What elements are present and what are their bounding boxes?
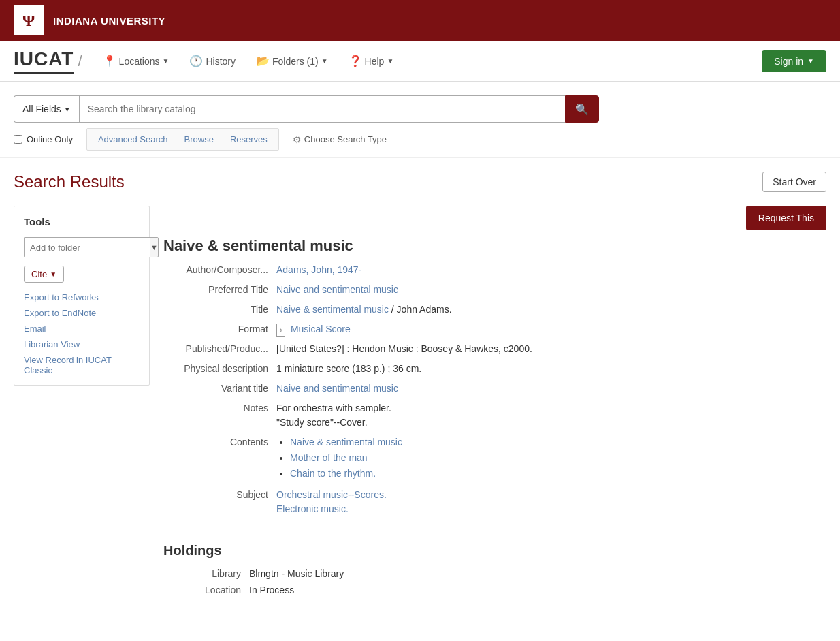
online-only-text: Online Only <box>27 134 73 144</box>
table-row: Format ♪ Musical Score <box>163 319 826 339</box>
physical-label: Physical description <box>163 359 272 379</box>
folders-nav[interactable]: 📂 Folders (1) ▼ <box>256 54 328 67</box>
list-item: Naive & sentimental music <box>290 435 822 450</box>
cite-button[interactable]: Cite ▼ <box>24 266 64 283</box>
cite-dropdown-arrow: ▼ <box>50 270 56 278</box>
search-links-box: Advanced Search Browse Reserves <box>86 128 279 151</box>
start-over-button[interactable]: Start Over <box>762 172 826 192</box>
holdings-table: Library Blmgtn - Music Library Location … <box>163 565 826 598</box>
published-value: [United States?] : Hendon Music : Boosey… <box>272 339 826 359</box>
table-row: Variant title Naive and sentimental musi… <box>163 379 826 398</box>
help-label: Help <box>365 56 385 67</box>
subject-2[interactable]: Electronic music. <box>276 503 349 514</box>
search-options-row: Online Only Advanced Search Browse Reser… <box>14 128 826 151</box>
tools-box: Tools ▼ Cite ▼ Export to Refworks Export… <box>14 206 150 386</box>
online-only-checkbox[interactable] <box>14 135 22 144</box>
record-table: Author/Composer... Adams, John, 1947- Pr… <box>163 260 826 519</box>
history-nav[interactable]: 🕐 History <box>189 54 236 67</box>
author-label: Author/Composer... <box>163 260 272 280</box>
location-icon: 📍 <box>103 54 116 67</box>
browse-link[interactable]: Browse <box>184 134 214 144</box>
iucat-logo[interactable]: IUCAT <box>14 48 74 74</box>
online-only-label[interactable]: Online Only <box>14 134 73 144</box>
list-item: Mother of the man <box>290 451 822 465</box>
view-record-link[interactable]: View Record in IUCAT Classic <box>24 355 140 375</box>
preferred-title-value[interactable]: Naive and sentimental music <box>276 284 398 295</box>
table-row: Title Naive & sentimental music / John A… <box>163 300 826 319</box>
subject-label: Subject <box>163 485 272 519</box>
contents-item-3[interactable]: Chain to the rhythm. <box>290 468 376 479</box>
table-row: Preferred Title Naive and sentimental mu… <box>163 280 826 300</box>
search-type-label: All Fields <box>22 104 61 114</box>
folders-label: Folders (1) <box>272 56 319 67</box>
table-row: Notes For orchestra with sampler. "Study… <box>163 398 826 433</box>
search-button[interactable]: 🔍 <box>565 95 599 123</box>
author-value[interactable]: Adams, John, 1947- <box>276 264 361 275</box>
format-value[interactable]: Musical Score <box>291 324 351 334</box>
location-label: Location <box>163 582 245 598</box>
location-value: In Process <box>245 582 826 598</box>
holdings-title: Holdings <box>163 533 826 559</box>
choose-search-type[interactable]: ⚙ Choose Search Type <box>293 134 387 145</box>
physical-value: 1 miniature score (183 p.) ; 36 cm. <box>272 359 826 379</box>
table-row: Library Blmgtn - Music Library <box>163 565 826 582</box>
signin-dropdown-arrow: ▼ <box>807 57 814 65</box>
preferred-title-label: Preferred Title <box>163 280 272 300</box>
format-icon: ♪ <box>276 324 285 337</box>
search-type-arrow: ▼ <box>64 106 71 113</box>
library-label: Library <box>163 565 245 582</box>
variant-title-label: Variant title <box>163 379 272 398</box>
results-title: Search Results <box>14 172 125 191</box>
sign-in-button[interactable]: Sign in ▼ <box>762 50 826 72</box>
locations-nav[interactable]: 📍 Locations ▼ <box>103 54 169 67</box>
email-link[interactable]: Email <box>24 324 140 334</box>
record-detail: Request This Naive & sentimental music A… <box>163 206 826 598</box>
iu-logo: Ψ <box>14 5 44 35</box>
contents-item-2[interactable]: Mother of the man <box>290 452 368 463</box>
contents-list: Naive & sentimental music Mother of the … <box>276 435 822 481</box>
list-item: Chain to the rhythm. <box>290 467 822 481</box>
reserves-link[interactable]: Reserves <box>230 134 268 144</box>
notes-line1: For orchestra with sampler. <box>276 401 822 416</box>
table-row: Author/Composer... Adams, John, 1947- <box>163 260 826 280</box>
help-nav[interactable]: ❓ Help ▼ <box>349 54 394 67</box>
variant-title-value[interactable]: Naive and sentimental music <box>276 383 398 394</box>
title-rest: / John Adams. <box>391 304 452 315</box>
add-folder-input[interactable] <box>24 237 150 257</box>
request-this-button[interactable]: Request This <box>746 206 826 230</box>
table-row: Location In Process <box>163 582 826 598</box>
iu-logo-icon: Ψ <box>22 12 35 30</box>
search-area: All Fields ▼ 🔍 Online Only Advanced Sear… <box>0 82 840 158</box>
table-row: Contents Naive & sentimental music Mothe… <box>163 433 826 485</box>
title-label: Title <box>163 300 272 319</box>
cite-label: Cite <box>31 269 47 279</box>
contents-item-1[interactable]: Naive & sentimental music <box>290 437 402 448</box>
help-icon: ❓ <box>349 54 362 67</box>
sign-in-label: Sign in <box>774 56 803 67</box>
search-type-button[interactable]: All Fields ▼ <box>14 95 79 123</box>
subject-1[interactable]: Orchestral music--Scores. <box>276 489 387 500</box>
search-icon: 🔍 <box>575 104 589 115</box>
history-label: History <box>206 56 236 67</box>
locations-dropdown-arrow: ▼ <box>163 57 169 65</box>
librarian-view-link[interactable]: Librarian View <box>24 339 140 349</box>
help-dropdown-arrow: ▼ <box>387 57 393 65</box>
tools-links: Export to Refworks Export to EndNote Ema… <box>24 292 140 375</box>
results-header: Search Results Start Over <box>14 172 826 192</box>
nav-links: 📍 Locations ▼ 🕐 History 📂 Folders (1) ▼ … <box>103 54 762 67</box>
search-input[interactable] <box>79 95 565 123</box>
folder-icon: 📂 <box>256 54 270 67</box>
table-row: Physical description 1 miniature score (… <box>163 359 826 379</box>
export-endnote-link[interactable]: Export to EndNote <box>24 308 140 318</box>
add-folder-dropdown[interactable]: ▼ <box>150 237 159 257</box>
top-header: Ψ INDIANA UNIVERSITY <box>0 0 840 41</box>
format-label: Format <box>163 319 272 339</box>
iucat-slash: / <box>78 52 82 70</box>
tools-sidebar: Tools ▼ Cite ▼ Export to Refworks Export… <box>14 206 150 598</box>
published-label: Published/Produc... <box>163 339 272 359</box>
export-refworks-link[interactable]: Export to Refworks <box>24 292 140 302</box>
history-icon: 🕐 <box>189 54 203 67</box>
advanced-search-link[interactable]: Advanced Search <box>98 134 168 144</box>
record-title: Naive & sentimental music <box>163 237 826 255</box>
title-link[interactable]: Naive & sentimental music <box>276 304 389 315</box>
